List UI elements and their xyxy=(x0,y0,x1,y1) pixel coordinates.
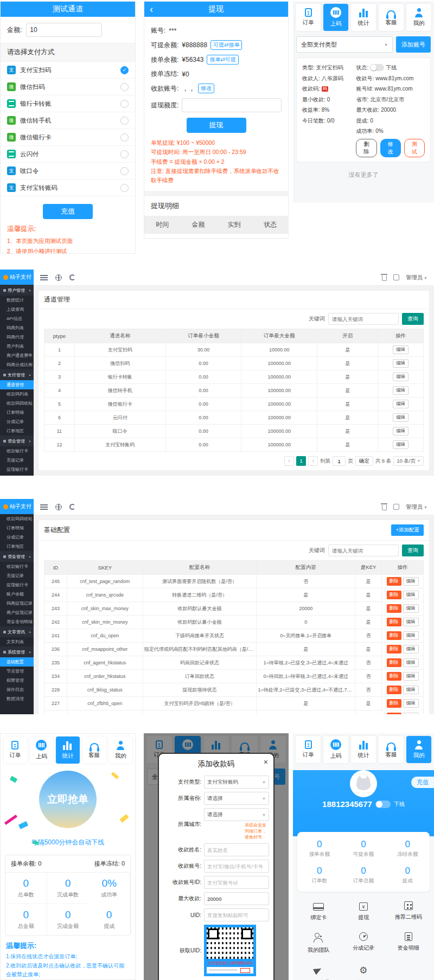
grab-order-button[interactable]: 立即抢单 xyxy=(39,771,97,828)
field-action-button[interactable]: 接单⇄可提 xyxy=(207,55,238,65)
sidebar-item[interactable]: 上级查询 xyxy=(0,305,34,314)
fullscreen-icon[interactable] xyxy=(393,504,399,510)
globe-icon[interactable] xyxy=(55,274,62,281)
menu-item-team[interactable]: 我的团队 xyxy=(296,932,341,954)
sidebar-item[interactable]: 分成记录 xyxy=(0,533,34,542)
field-input[interactable] xyxy=(204,908,269,921)
menu-item-callback[interactable]: 回调助手 xyxy=(296,965,341,980)
tab-qr[interactable]: 上码 xyxy=(323,736,348,763)
tab-service[interactable]: 客服 xyxy=(379,736,404,763)
tab-qr[interactable]: 上码 xyxy=(30,736,54,764)
sidebar-item[interactable]: 资金管理 xyxy=(0,551,34,562)
sidebar-item[interactable]: 码商列表 xyxy=(0,323,34,332)
payment-method-bank[interactable]: 银行卡转账 xyxy=(1,95,135,112)
field-input[interactable] xyxy=(204,860,269,873)
tab-order[interactable]: 订单 xyxy=(296,736,321,763)
delete-button[interactable]: 删除 xyxy=(387,672,401,681)
menu-item-withdraw[interactable]: 提现 xyxy=(341,901,386,921)
field-input[interactable] xyxy=(204,892,269,905)
field-input[interactable] xyxy=(204,876,269,889)
edit-button[interactable]: 编辑 xyxy=(403,713,419,714)
sidebar-item[interactable]: 收款银行卡 xyxy=(0,446,34,456)
edit-button[interactable]: 编辑 xyxy=(393,386,409,395)
brand-logo[interactable]: 桔子支付 xyxy=(0,270,34,285)
menu-item-settings[interactable]: 设置 xyxy=(341,965,386,980)
edit-button[interactable]: 编辑 xyxy=(403,631,419,640)
sidebar-item[interactable]: 基础配置 xyxy=(0,657,34,667)
sidebar-item[interactable]: 资金管理 xyxy=(0,435,34,446)
tab-mine[interactable]: 我的 xyxy=(108,736,132,764)
sidebar-item[interactable]: 商户提现记录 xyxy=(0,608,34,617)
code-badge-icon[interactable]: 码 xyxy=(322,86,328,92)
sidebar-item[interactable]: 支付管理 xyxy=(0,369,34,380)
sidebar-item[interactable]: 码商分成比例 xyxy=(0,360,34,369)
payment-radio[interactable] xyxy=(120,117,129,125)
sidebar-item[interactable]: 操作日志 xyxy=(0,685,34,694)
payment-method-wechat[interactable]: 微信扫码 xyxy=(1,79,135,95)
edit-button[interactable]: 编辑 xyxy=(403,658,419,667)
edit-button[interactable]: 编辑 xyxy=(403,604,419,613)
globe-icon[interactable] xyxy=(55,504,62,510)
tab-order[interactable]: 订单 xyxy=(296,4,321,31)
payment-radio[interactable] xyxy=(120,167,129,175)
payment-method-alipay[interactable]: 支付宝扫码 xyxy=(1,62,135,79)
field-select[interactable]: 支付宝转账码 xyxy=(204,776,269,789)
edit-button[interactable]: 编辑 xyxy=(403,686,419,694)
field-select[interactable]: 请选择 xyxy=(204,808,269,821)
payment-radio[interactable] xyxy=(120,100,129,108)
pay-type-select[interactable]: 全部支付类型 xyxy=(296,36,393,53)
tab-order[interactable]: 订单 xyxy=(3,736,27,764)
delete-button[interactable]: 删除 xyxy=(387,631,401,640)
tab-stats[interactable]: 统计 xyxy=(351,4,376,31)
menu-item-card2[interactable]: 绑定卡 xyxy=(296,901,341,921)
next-page-icon[interactable]: › xyxy=(308,456,318,466)
sidebar-item[interactable]: 充值记录 xyxy=(0,571,34,580)
user-menu[interactable]: 管理员 xyxy=(406,503,427,511)
sidebar-item[interactable]: 数据统计 xyxy=(0,296,34,305)
payment-method-bank[interactable]: 云闪付 xyxy=(1,146,135,163)
add-config-button[interactable]: +添加配置 xyxy=(391,524,424,536)
field-action-button[interactable]: 修改 xyxy=(198,84,214,93)
delete-button[interactable]: 删除 xyxy=(387,591,401,599)
edit-button[interactable]: 编辑 xyxy=(403,672,419,681)
search-input[interactable] xyxy=(328,545,399,556)
field-action-button[interactable]: 可提⇄接单 xyxy=(210,40,242,50)
edit-button[interactable]: 编辑 xyxy=(403,577,419,586)
amount-input[interactable] xyxy=(26,23,102,37)
sidebar-item[interactable]: 收款码列表 xyxy=(0,389,34,399)
sidebar-item[interactable]: 系统管理 xyxy=(0,646,34,657)
edit-button[interactable]: 编辑 xyxy=(393,359,409,368)
field-input[interactable] xyxy=(204,843,269,856)
delete-button[interactable]: 删除 xyxy=(387,618,401,626)
avatar[interactable] xyxy=(350,770,377,797)
sidebar-item[interactable]: 商户通道费率 xyxy=(0,351,34,360)
edit-button[interactable]: 编辑 xyxy=(393,373,409,381)
sidebar-item[interactable]: 通道管理 xyxy=(0,380,34,389)
delete-button[interactable]: 删除 xyxy=(387,713,401,714)
sidebar-item[interactable]: 码商提现记录 xyxy=(0,599,34,608)
clear-cache-icon[interactable] xyxy=(382,505,387,510)
clear-cache-icon[interactable] xyxy=(382,276,387,281)
delete-button[interactable]: 删除 xyxy=(387,645,401,654)
menu-toggle-icon[interactable] xyxy=(40,504,48,510)
sidebar-item[interactable]: 提现银行卡 xyxy=(0,580,34,590)
per-page-select[interactable]: 10 条/页 xyxy=(393,456,424,466)
sidebar-item[interactable]: 用户管理 xyxy=(0,285,34,296)
sidebar-item[interactable]: 权限管理 xyxy=(0,676,34,685)
fullscreen-icon[interactable] xyxy=(393,274,399,280)
delete-button[interactable]: 删除 xyxy=(356,139,376,157)
sidebar-item[interactable]: 订单地区 xyxy=(0,426,34,435)
refresh-icon[interactable] xyxy=(69,504,75,510)
sidebar-item[interactable]: 用户列表 xyxy=(0,342,34,351)
sidebar-item[interactable]: 订单明细 xyxy=(0,408,34,417)
edit-button[interactable]: 编辑 xyxy=(403,699,419,708)
sidebar-item[interactable]: 收款银行卡 xyxy=(0,562,34,571)
sidebar-item[interactable]: API信息 xyxy=(0,314,34,323)
delete-button[interactable]: 删除 xyxy=(387,658,401,667)
sidebar-item[interactable]: 码商代理 xyxy=(0,332,34,342)
brand-logo[interactable]: 桔子支付 xyxy=(0,499,34,514)
withdraw-submit-button[interactable]: 提现 xyxy=(187,118,246,133)
close-icon[interactable]: × xyxy=(264,758,268,766)
tab-mine[interactable]: 我的 xyxy=(406,736,431,763)
sidebar-item[interactable]: 数据清理 xyxy=(0,694,34,703)
